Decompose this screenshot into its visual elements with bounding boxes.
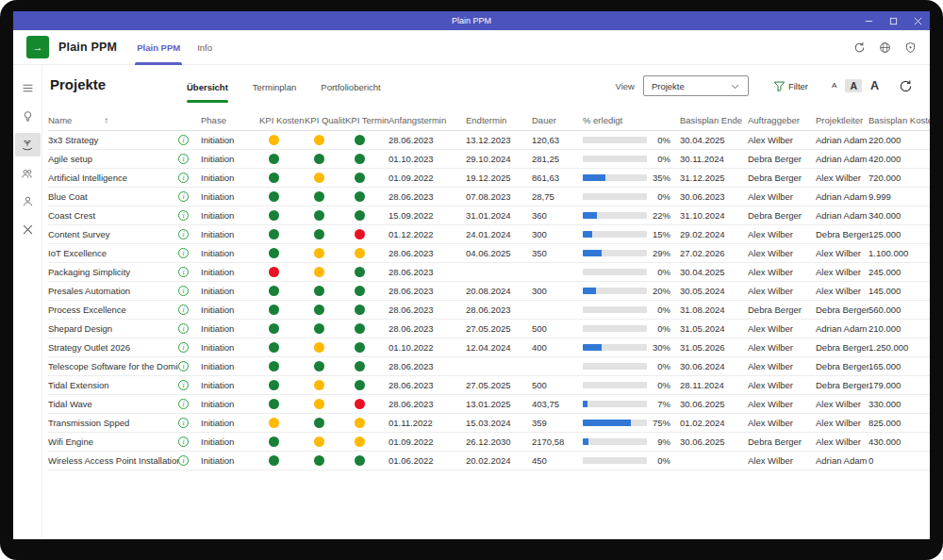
column-header-auftraggeber[interactable]: Auftraggeber [748, 115, 816, 125]
column-header-dauer[interactable]: Dauer [532, 115, 583, 125]
table-row[interactable]: Process Excellence i Initiation 28.06.20… [48, 301, 930, 320]
table-row[interactable]: Strategy Outlet 2026 i Initiation 01.10.… [48, 338, 930, 357]
sprout-hand-icon[interactable] [15, 133, 41, 156]
person-icon[interactable] [15, 189, 41, 213]
globe-icon[interactable] [878, 41, 891, 54]
project-name[interactable]: Tidal Wave [48, 399, 178, 409]
info-icon[interactable]: i [178, 380, 189, 390]
table-row[interactable]: 3x3 Strategy i Initiation 28.06.2023 13.… [48, 131, 930, 150]
table-row[interactable]: Wireless Access Point Installation i Ini… [48, 452, 930, 470]
menu-icon[interactable] [15, 76, 41, 100]
info-icon[interactable]: i [178, 305, 189, 315]
project-name[interactable]: 3x3 Strategy [48, 135, 178, 145]
table-row[interactable]: Artificial Intelligence i Initiation 01.… [48, 169, 930, 188]
column-header-erledigt[interactable]: % erledigt [583, 115, 680, 125]
close-icon[interactable] [913, 16, 922, 25]
team-icon[interactable] [15, 161, 41, 185]
table-row[interactable]: Content Survey i Initiation 01.12.2022 2… [48, 225, 930, 244]
project-name[interactable]: Transmission Spped [48, 418, 178, 428]
table-row[interactable]: Wifi Engine i Initiation 01.09.2022 26.1… [48, 433, 930, 452]
dauer-cell: 2170,58 [532, 436, 583, 447]
project-name[interactable]: Tidal Extension [48, 380, 178, 390]
info-icon[interactable]: i [178, 436, 189, 447]
info-icon[interactable]: i [178, 418, 189, 428]
table-row[interactable]: Tidal Wave i Initiation 28.06.2023 13.01… [48, 395, 930, 414]
table-refresh-icon[interactable] [899, 79, 913, 93]
project-name[interactable]: Telescope Software for the Dominion [48, 361, 178, 371]
tab-uebersicht[interactable]: Übersicht [174, 65, 240, 108]
tab-portfoliobericht[interactable]: Portfoliobericht [308, 65, 392, 108]
info-icon[interactable]: i [178, 342, 189, 353]
project-name[interactable]: Strategy Outlet 2026 [48, 342, 178, 353]
info-icon[interactable]: i [178, 248, 189, 258]
column-header-anfangstermin[interactable]: Anfangstermin [389, 115, 466, 125]
project-name[interactable]: Wifi Engine [48, 436, 178, 447]
info-icon[interactable]: i [178, 154, 189, 164]
info-icon[interactable]: i [178, 173, 189, 183]
kpi-kosten-cell [259, 229, 305, 239]
info-icon[interactable]: i [178, 323, 189, 334]
column-header-kpi-kosten[interactable]: KPI Kosten [259, 115, 305, 125]
table-row[interactable]: Packaging Simplicity i Initiation 28.06.… [48, 263, 930, 282]
app-logo[interactable]: → [26, 36, 49, 58]
filter-button[interactable]: Filter [773, 80, 808, 92]
project-name[interactable]: Blue Coat [48, 191, 178, 202]
minimize-icon[interactable] [864, 16, 873, 25]
tools-icon[interactable] [15, 218, 41, 241]
fontsize-medium-button[interactable]: A [845, 79, 862, 93]
table-row[interactable]: IoT Excellence i Initiation 28.06.2023 0… [48, 244, 930, 263]
info-icon[interactable]: i [178, 135, 189, 145]
column-header-projektleiter[interactable]: Projektleiter [816, 115, 869, 125]
fontsize-large-button[interactable]: A [866, 78, 884, 94]
fontsize-small-button[interactable]: A [827, 80, 841, 91]
table-row[interactable]: Transmission Spped i Initiation 01.11.20… [48, 414, 930, 433]
info-icon[interactable]: i [178, 361, 189, 371]
chevron-down-icon [730, 81, 740, 91]
project-name[interactable]: Agile setup [48, 154, 178, 164]
info-icon[interactable]: i [178, 455, 189, 466]
basisplan-ende-cell: 30.06.2024 [680, 361, 748, 371]
project-name[interactable]: Packaging Simplicity [48, 267, 178, 277]
project-name[interactable]: Process Excellence [48, 305, 178, 315]
table-row[interactable]: Agile setup i Initiation 01.10.2023 29.1… [48, 150, 930, 169]
tab-info[interactable]: Info [189, 30, 221, 65]
tab-terminplan[interactable]: Terminplan [240, 65, 308, 108]
kpi-termine-dot [355, 418, 365, 428]
column-header-kpi-termine[interactable]: KPI Termine [345, 115, 389, 125]
project-name[interactable]: Content Survey [48, 229, 178, 239]
info-icon[interactable]: i [178, 267, 189, 277]
column-header-basisplan-ende[interactable]: Basisplan Ende [680, 115, 748, 125]
table-row[interactable]: Telescope Software for the Dominion i In… [48, 357, 930, 376]
info-icon[interactable]: i [178, 191, 189, 202]
column-header-endtermin[interactable]: Endtermin [466, 115, 532, 125]
table-row[interactable]: Tidal Extension i Initiation 28.06.2023 … [48, 376, 930, 395]
kpi-kosten-dot [269, 210, 279, 221]
table-row[interactable]: Presales Automation i Initiation 28.06.2… [48, 282, 930, 301]
maximize-icon[interactable] [888, 16, 898, 25]
sort-ascending-icon[interactable]: ↑ [104, 115, 108, 125]
info-icon[interactable]: i [178, 399, 189, 409]
shield-icon[interactable] [903, 41, 917, 54]
anfangstermin-cell: 28.06.2023 [389, 380, 466, 390]
table-row[interactable]: Coast Crest i Initiation 15.09.2022 31.0… [48, 206, 930, 225]
info-icon[interactable]: i [178, 210, 189, 221]
info-icon[interactable]: i [178, 286, 189, 296]
column-header-phase[interactable]: Phase [201, 115, 259, 125]
refresh-icon[interactable] [852, 41, 866, 54]
table-row[interactable]: Shepard Design i Initiation 28.06.2023 2… [48, 320, 930, 338]
table-row[interactable]: Blue Coat i Initiation 28.06.2023 07.08.… [48, 188, 930, 206]
column-header-basisplan-kosten[interactable]: Basisplan Kosten (G [869, 115, 930, 125]
column-header-name[interactable]: Name ↑ [48, 115, 178, 125]
project-name[interactable]: Coast Crest [48, 210, 178, 221]
column-header-kpi-qualitaet[interactable]: KPI Qualität [305, 115, 345, 125]
kpi-qualitaet-cell [305, 191, 345, 202]
project-name[interactable]: Shepard Design [48, 323, 178, 334]
project-name[interactable]: Wireless Access Point Installation [48, 455, 178, 466]
project-name[interactable]: IoT Excellence [48, 248, 178, 258]
project-name[interactable]: Artificial Intelligence [48, 173, 178, 183]
tab-plain-ppm[interactable]: Plain PPM [128, 30, 189, 65]
view-dropdown[interactable]: Projekte [643, 75, 749, 96]
lightbulb-icon[interactable] [15, 105, 41, 128]
info-icon[interactable]: i [178, 229, 189, 239]
project-name[interactable]: Presales Automation [48, 286, 178, 296]
